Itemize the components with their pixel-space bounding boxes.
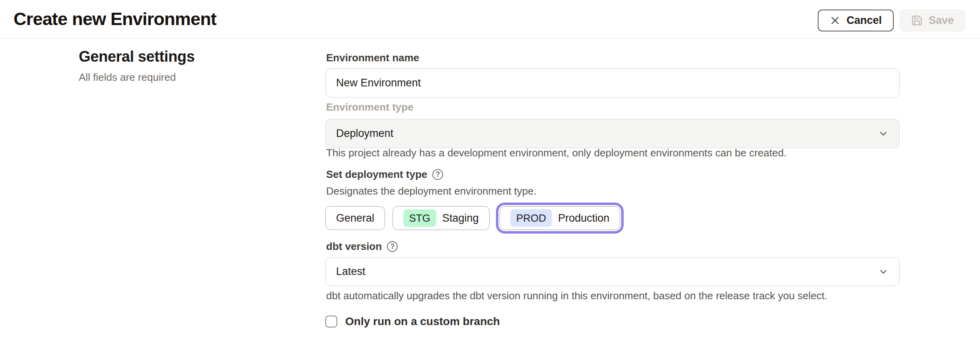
deployment-type-label-text: Set deployment type <box>326 168 427 181</box>
dbt-version-value: Latest <box>336 265 366 278</box>
page-title: Create new Environment <box>14 9 216 29</box>
environment-name-input[interactable]: New Environment <box>325 68 900 97</box>
deployment-type-option-label: Staging <box>442 212 479 224</box>
dbt-version-label-text: dbt version <box>326 240 382 253</box>
section-title: General settings <box>79 48 301 65</box>
deployment-type-option-label: General <box>336 212 374 224</box>
page-header: Create new Environment Cancel <box>0 0 980 39</box>
environment-type-select: Deployment <box>325 119 900 148</box>
environment-name-label: Environment name <box>326 51 419 64</box>
deployment-type-options: General STG Staging PROD Production <box>325 206 900 230</box>
custom-branch-row: Only run on a custom branch <box>325 315 500 328</box>
environment-form: Environment name New Environment Environ… <box>325 39 900 347</box>
deployment-type-option-general[interactable]: General <box>325 206 385 230</box>
custom-branch-checkbox[interactable] <box>325 316 337 328</box>
create-environment-page: Create new Environment Cancel <box>0 0 980 347</box>
dbt-version-helper: dbt automatically upgrades the dbt versi… <box>326 290 827 302</box>
question-mark-circle-icon[interactable] <box>432 169 443 180</box>
dbt-version-select[interactable]: Latest <box>325 257 900 286</box>
deployment-type-label: Set deployment type <box>326 168 443 181</box>
custom-branch-label: Only run on a custom branch <box>345 315 500 328</box>
floppy-disk-icon <box>911 15 923 26</box>
environment-type-helper: This project already has a development e… <box>326 147 787 159</box>
deployment-type-option-staging[interactable]: STG Staging <box>393 206 490 230</box>
environment-type-label: Environment type <box>326 101 414 113</box>
save-button[interactable]: Save <box>900 10 965 31</box>
cancel-button-label: Cancel <box>846 14 882 27</box>
stg-badge: STG <box>403 209 436 227</box>
section-subtitle: All fields are required <box>79 71 301 84</box>
environment-type-value: Deployment <box>336 127 393 140</box>
x-icon <box>830 15 840 26</box>
header-actions: Cancel Save <box>818 10 965 31</box>
save-button-label: Save <box>929 14 954 27</box>
chevron-down-icon <box>878 128 889 139</box>
deployment-type-option-production[interactable]: PROD Production <box>500 206 620 230</box>
deployment-type-helper: Designates the deployment environment ty… <box>326 185 537 197</box>
question-mark-circle-icon[interactable] <box>387 241 398 252</box>
dbt-version-label: dbt version <box>326 240 398 253</box>
environment-name-value: New Environment <box>336 77 421 89</box>
general-settings-section-header: General settings All fields are required <box>79 48 301 84</box>
prod-badge: PROD <box>510 209 552 227</box>
deployment-type-option-label: Production <box>558 212 609 224</box>
cancel-button[interactable]: Cancel <box>818 10 894 31</box>
chevron-down-icon <box>878 266 889 277</box>
